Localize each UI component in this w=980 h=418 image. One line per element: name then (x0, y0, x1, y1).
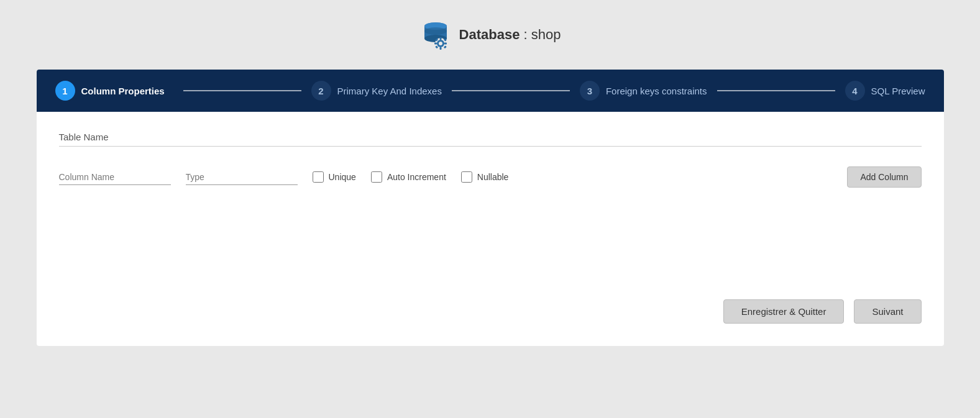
step-3[interactable]: 3 Foreign keys constraints (580, 81, 707, 101)
main-card: 1 Column Properties 2 Primary Key And In… (37, 70, 944, 346)
auto-increment-group: Auto Increment (371, 171, 446, 183)
nullable-group: Nullable (461, 171, 509, 183)
content-spacer (59, 200, 922, 275)
save-quit-button[interactable]: Enregistrer & Quitter (723, 299, 845, 324)
step-3-label: Foreign keys constraints (606, 86, 707, 96)
step-2[interactable]: 2 Primary Key And Indexes (311, 81, 442, 101)
table-name-label: Table Name (59, 132, 922, 142)
table-name-section: Table Name (59, 132, 922, 147)
step-line-3 (717, 90, 835, 91)
svg-rect-8 (439, 37, 441, 40)
unique-label[interactable]: Unique (329, 172, 356, 182)
header-title: Database : shop (459, 27, 561, 43)
footer-actions: Enregistrer & Quitter Suivant (59, 299, 922, 324)
column-name-group (59, 170, 171, 185)
step-line-1 (183, 90, 301, 91)
step-1-label: Column Properties (81, 86, 165, 96)
step-2-label: Primary Key And Indexes (337, 86, 442, 96)
step-4-circle: 4 (845, 81, 865, 101)
svg-point-4 (424, 27, 447, 35)
header-db-name: shop (531, 27, 561, 42)
step-1[interactable]: 1 Column Properties (55, 81, 173, 101)
columns-section: Unique Auto Increment Nullable Add Colum… (59, 166, 922, 188)
table-name-underline (59, 146, 922, 147)
svg-rect-9 (439, 47, 441, 50)
unique-group: Unique (313, 171, 356, 183)
step-3-circle: 3 (580, 81, 600, 101)
header-title-separator: : (520, 27, 531, 42)
step-1-circle: 1 (55, 81, 75, 101)
nullable-label[interactable]: Nullable (477, 172, 509, 182)
auto-increment-checkbox[interactable] (371, 171, 382, 183)
column-name-input[interactable] (59, 170, 171, 185)
stepper: 1 Column Properties 2 Primary Key And In… (37, 70, 944, 112)
step-4[interactable]: 4 SQL Preview (845, 81, 925, 101)
nullable-checkbox[interactable] (461, 171, 472, 183)
next-button[interactable]: Suivant (854, 299, 921, 324)
database-icon (419, 19, 452, 51)
svg-rect-10 (434, 43, 437, 45)
step-4-label: SQL Preview (871, 86, 925, 96)
auto-increment-label[interactable]: Auto Increment (387, 172, 446, 182)
svg-rect-11 (444, 43, 447, 45)
step-line-2 (452, 90, 570, 91)
form-content: Table Name Unique Auto Increment Nullabl (37, 112, 944, 346)
type-group (186, 170, 298, 185)
header-title-bold: Database (459, 27, 520, 42)
svg-point-7 (439, 42, 442, 45)
unique-checkbox[interactable] (313, 171, 324, 183)
page-header: Database : shop (419, 19, 561, 51)
type-input[interactable] (186, 170, 298, 185)
add-column-button[interactable]: Add Column (847, 166, 921, 188)
step-2-circle: 2 (311, 81, 331, 101)
